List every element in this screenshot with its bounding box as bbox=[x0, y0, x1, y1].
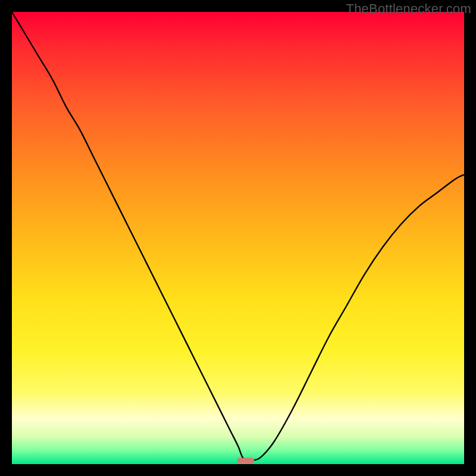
bottleneck-curve bbox=[12, 12, 464, 461]
plot-area bbox=[12, 12, 464, 464]
watermark-text: TheBottlenecker.com bbox=[346, 1, 471, 17]
chart-frame: TheBottlenecker.com bbox=[0, 0, 476, 476]
chart-svg bbox=[12, 12, 464, 464]
optimum-marker bbox=[237, 458, 255, 463]
